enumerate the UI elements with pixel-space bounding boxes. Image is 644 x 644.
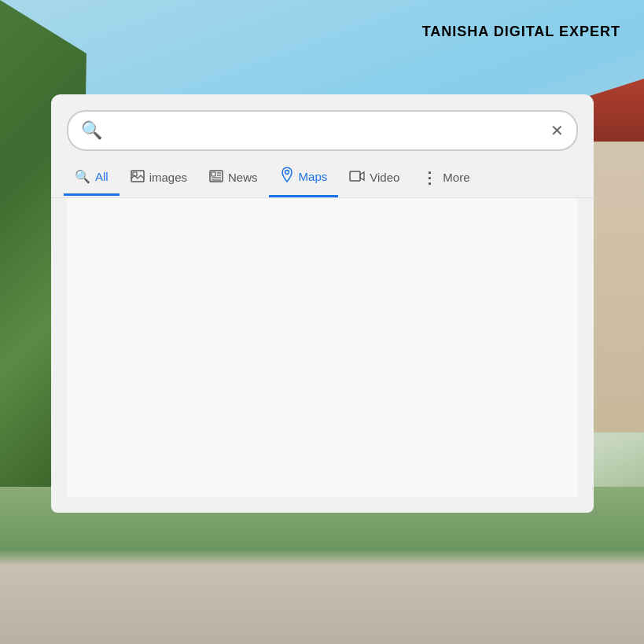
tab-images[interactable]: images: [120, 160, 198, 195]
clear-icon[interactable]: ✕: [550, 121, 564, 140]
maps-icon: [280, 167, 294, 186]
search-icon: 🔍: [81, 120, 102, 141]
tab-bar: 🔍 All images: [51, 157, 594, 198]
tab-video-label: Video: [370, 171, 399, 184]
tab-more-label: More: [443, 171, 469, 184]
images-icon: [131, 170, 145, 186]
tab-news-label: News: [228, 171, 258, 184]
search-input[interactable]: [110, 123, 550, 139]
news-icon: [209, 170, 223, 186]
tab-video[interactable]: Video: [338, 160, 410, 195]
search-panel: 🔍 ✕ 🔍 All images: [51, 94, 594, 513]
search-bar: 🔍 ✕: [67, 110, 578, 151]
tab-more[interactable]: ⋮ More: [410, 159, 480, 197]
video-icon: [349, 170, 365, 186]
watermark-text: TANISHA DIGITAL EXPERT: [422, 24, 620, 40]
more-dots-icon: ⋮: [421, 168, 438, 187]
tab-all[interactable]: 🔍 All: [64, 160, 120, 196]
tab-all-label: All: [95, 170, 109, 183]
svg-rect-3: [212, 172, 215, 176]
svg-rect-9: [350, 171, 360, 181]
tab-maps-label: Maps: [299, 170, 328, 183]
tab-maps[interactable]: Maps: [269, 157, 339, 197]
content-area: [67, 198, 578, 497]
svg-point-8: [285, 171, 289, 175]
tab-images-label: images: [149, 171, 187, 184]
tab-news[interactable]: News: [198, 160, 269, 195]
all-search-icon: 🔍: [75, 169, 90, 184]
